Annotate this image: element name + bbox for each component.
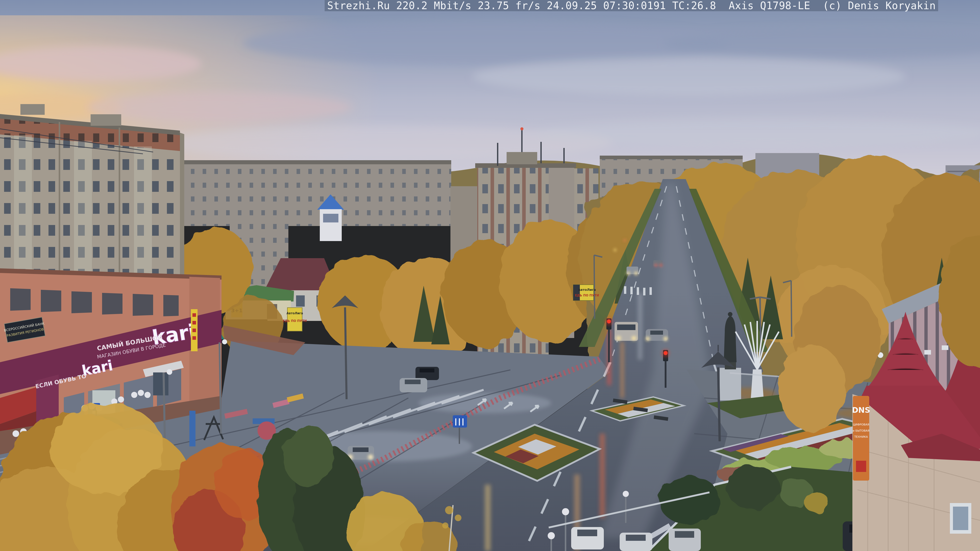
- osd-text: Strezhi.Ru 220.2 Mbit/s 23.75 fr/s 24.09…: [327, 0, 935, 11]
- webcam-frame: 3+1: [0, 0, 980, 551]
- dusk-tint: [0, 0, 980, 551]
- webcam-osd-bar: Strezhi.Ru 220.2 Mbit/s 23.75 fr/s 24.09…: [325, 0, 938, 11]
- city-scene: 3+1: [0, 0, 980, 551]
